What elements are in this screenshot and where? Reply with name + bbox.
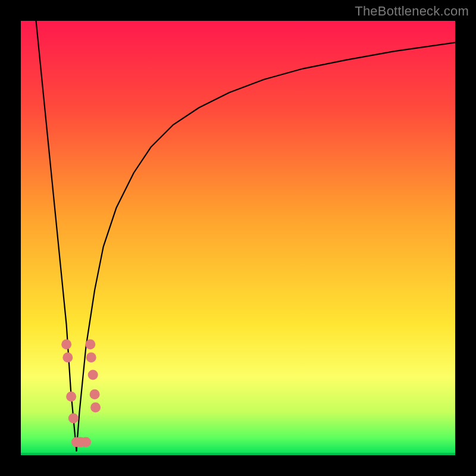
chart-svg	[21, 21, 455, 455]
watermark-label: TheBottleneck.com	[355, 4, 469, 19]
baseline-strip	[21, 453, 455, 455]
plot-area	[21, 21, 455, 455]
data-point	[81, 437, 91, 447]
data-point	[68, 413, 79, 423]
chart-frame: TheBottleneck.com	[0, 0, 476, 476]
data-point	[86, 352, 96, 362]
data-point	[66, 392, 76, 402]
data-point	[85, 339, 95, 349]
data-point	[61, 339, 71, 349]
data-point	[90, 402, 101, 412]
gradient-background	[21, 21, 455, 455]
data-point	[88, 369, 98, 380]
data-point	[90, 389, 100, 399]
data-point	[62, 352, 73, 362]
